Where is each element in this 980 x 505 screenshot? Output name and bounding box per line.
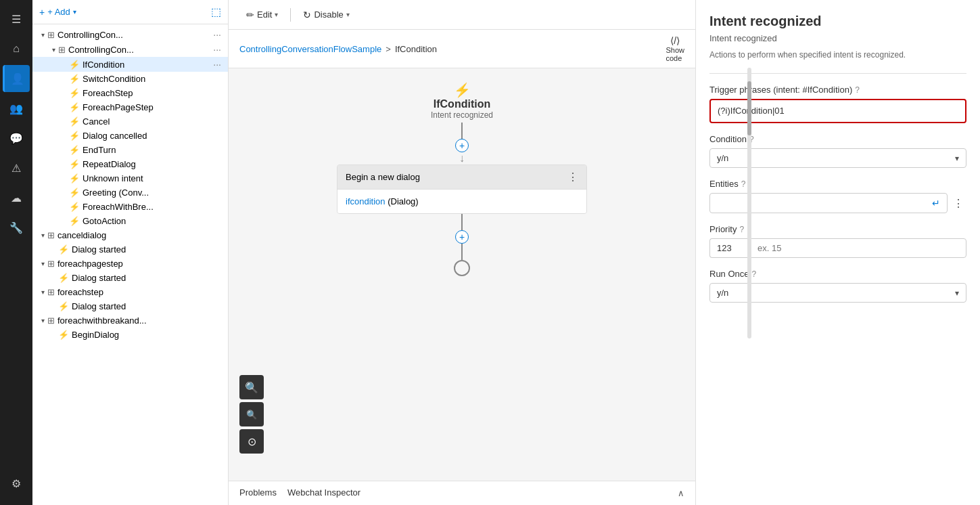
zoom-out-button[interactable]: 🔍 <box>239 402 264 426</box>
edit-button[interactable]: ✏ Edit ▾ <box>239 7 285 23</box>
add-button[interactable]: + + Add ▾ <box>39 7 76 18</box>
entities-label-text: Entities <box>709 179 739 189</box>
cloud-icon[interactable]: ☁ <box>3 184 30 211</box>
flow-node-sub: Intent recognized <box>431 110 493 120</box>
more-icon[interactable]: ··· <box>212 59 223 70</box>
tree-item-cancel[interactable]: ⚡ Cancel <box>32 114 228 129</box>
tree-item-label: foreachstep <box>57 287 223 297</box>
code-icon: ⟨/⟩ <box>670 35 680 46</box>
nav-header: + + Add ▾ ⬚ <box>32 0 228 24</box>
tree-item-dialog-started-foreachstep[interactable]: ⚡ Dialog started <box>32 299 228 313</box>
zoom-in-button[interactable]: 🔍 <box>239 375 264 399</box>
caret-icon: ▾ <box>38 31 47 39</box>
tree-item-label: Dialog cancelled <box>83 131 223 141</box>
add-step-button[interactable]: + <box>455 139 469 152</box>
edit-icon: ✏ <box>246 9 254 20</box>
fit-button[interactable]: ⊙ <box>239 429 264 454</box>
home-icon[interactable]: ⌂ <box>3 35 30 62</box>
tree-item-dialog-started-foreach[interactable]: ⚡ Dialog started <box>32 271 228 285</box>
priority-input[interactable] <box>750 238 966 258</box>
flow-block-more-icon[interactable]: ⋮ <box>567 171 578 183</box>
lightning-icon: ⚡ <box>58 330 69 340</box>
flow-block-header: Begin a new dialog ⋮ <box>337 165 586 190</box>
lightning-icon: ⚡ <box>69 216 80 226</box>
tree-item-label: EndTurn <box>83 145 223 155</box>
priority-help-icon[interactable]: ? <box>739 225 744 234</box>
folder-icon: ⊞ <box>47 230 55 240</box>
caret-icon: ▾ <box>49 46 58 53</box>
run-once-help-icon[interactable]: ? <box>752 269 757 279</box>
filter-icon[interactable]: ⬚ <box>211 5 221 18</box>
disable-button[interactable]: ↻ Disable ▾ <box>296 7 356 23</box>
trigger-help-icon[interactable]: ? <box>855 85 860 95</box>
alert-icon[interactable]: ⚠ <box>3 154 30 181</box>
run-once-chevron-icon: ▾ <box>955 288 959 298</box>
entities-help-icon[interactable]: ? <box>741 179 746 189</box>
tree-item-label: Dialog started <box>72 301 223 311</box>
disable-label: Disable <box>314 9 343 20</box>
tab-problems[interactable]: Problems <box>239 482 277 504</box>
tree-item-foreachstep-root[interactable]: ▾ ⊞ foreachstep <box>32 285 228 299</box>
flow-block-link[interactable]: ifcondition <box>346 196 386 206</box>
tree-item-gotoaction[interactable]: ⚡ GotoAction <box>32 214 228 228</box>
tree-item-repeatdialog[interactable]: ⚡ RepeatDialog <box>32 157 228 171</box>
collapse-icon[interactable]: ∧ <box>678 488 684 498</box>
tree-item-controllingcon-root[interactable]: ▾ ⊞ ControllingCon... ··· <box>32 27 228 42</box>
canvas-controls: 🔍 🔍 ⊙ <box>239 375 264 454</box>
tab-webchat-inspector[interactable]: Webchat Inspector <box>287 482 360 504</box>
enter-icon[interactable]: ↵ <box>932 198 940 208</box>
wrench-icon[interactable]: 🔧 <box>3 214 30 241</box>
people-icon[interactable]: 👥 <box>3 95 30 122</box>
tree-item-switchcondition[interactable]: ⚡ SwitchCondition <box>32 72 228 86</box>
toolbar-divider <box>290 8 291 22</box>
tree-item-label: ForeachWithBre... <box>83 202 223 212</box>
tree-item-label: canceldialog <box>57 230 223 240</box>
lightning-icon: ⚡ <box>69 60 80 70</box>
flow-node-icon: ⚡ <box>454 82 471 98</box>
priority-label-text: Priority <box>709 224 737 234</box>
sidebar: ☰ ⌂ 👤 👥 💬 ⚠ ☁ 🔧 ⚙ <box>0 0 32 505</box>
entities-more-icon[interactable]: ⋮ <box>950 197 966 210</box>
tree-item-canceldialog[interactable]: ▾ ⊞ canceldialog <box>32 228 228 242</box>
right-panel: Intent recognized Intent recognized Acti… <box>696 0 980 505</box>
tree-item-foreachwithbreakand[interactable]: ▾ ⊞ foreachwithbreakand... <box>32 313 228 328</box>
tree-item-label: RepeatDialog <box>83 159 223 169</box>
more-icon[interactable]: ··· <box>212 44 223 55</box>
entities-input[interactable]: ↵ <box>709 193 948 213</box>
menu-icon[interactable]: ☰ <box>3 5 30 32</box>
tree-item-label: Unknown intent <box>83 173 223 183</box>
main-area: ✏ Edit ▾ ↻ Disable ▾ ControllingConversa… <box>229 0 696 505</box>
lightning-icon: ⚡ <box>69 202 80 212</box>
tree-item-greeting[interactable]: ⚡ Greeting (Conv... <box>32 185 228 200</box>
tree-item-unknown-intent[interactable]: ⚡ Unknown intent <box>32 171 228 185</box>
flow-block-title: Begin a new dialog <box>346 172 420 182</box>
chat-icon[interactable]: 💬 <box>3 125 30 152</box>
tree-item-ifcondition[interactable]: ⚡ IfCondition ··· <box>32 57 228 72</box>
tree-item-dialog-cancelled[interactable]: ⚡ Dialog cancelled <box>32 129 228 143</box>
tree-item-endturn[interactable]: ⚡ EndTurn <box>32 143 228 157</box>
add-step-button-2[interactable]: + <box>455 230 469 244</box>
lightning-icon: ⚡ <box>58 273 69 283</box>
flow-connector-line2 <box>461 214 463 230</box>
tree-item-foreachwithbre[interactable]: ⚡ ForeachWithBre... <box>32 200 228 214</box>
tree-item-label: ControllingCon... <box>68 45 212 55</box>
show-code-button[interactable]: ⟨/⟩ Showcode <box>666 35 684 62</box>
lightning-icon: ⚡ <box>69 116 80 127</box>
tree-item-foreachpagestep[interactable]: ⚡ ForeachPageStep <box>32 100 228 114</box>
tree-item-dialog-started-cancel[interactable]: ⚡ Dialog started <box>32 242 228 257</box>
tree-item-foreachpagestep-root[interactable]: ▾ ⊞ foreachpagestep <box>32 257 228 271</box>
settings-icon[interactable]: ⚙ <box>3 470 30 497</box>
bot-icon[interactable]: 👤 <box>3 65 30 92</box>
tree-item-begindialog[interactable]: ⚡ BeginDialog <box>32 328 228 342</box>
breadcrumb-project[interactable]: ControllingConversationFlowSample <box>239 44 381 54</box>
folder-icon: ⊞ <box>47 287 55 297</box>
more-icon[interactable]: ··· <box>212 29 223 40</box>
add-label: + Add <box>47 7 70 17</box>
flow-node-name: IfCondition <box>434 98 490 110</box>
flow-container: ⚡ IfCondition Intent recognized + ↓ Begi… <box>337 82 587 276</box>
tree-item-controllingcon-child[interactable]: ▾ ⊞ ControllingCon... ··· <box>32 42 228 57</box>
tree-item-label: foreachwithbreakand... <box>57 315 223 326</box>
tree-item-foreachstep[interactable]: ⚡ ForeachStep <box>32 86 228 100</box>
lightning-icon: ⚡ <box>69 145 80 155</box>
caret-icon: ▾ <box>38 288 47 296</box>
